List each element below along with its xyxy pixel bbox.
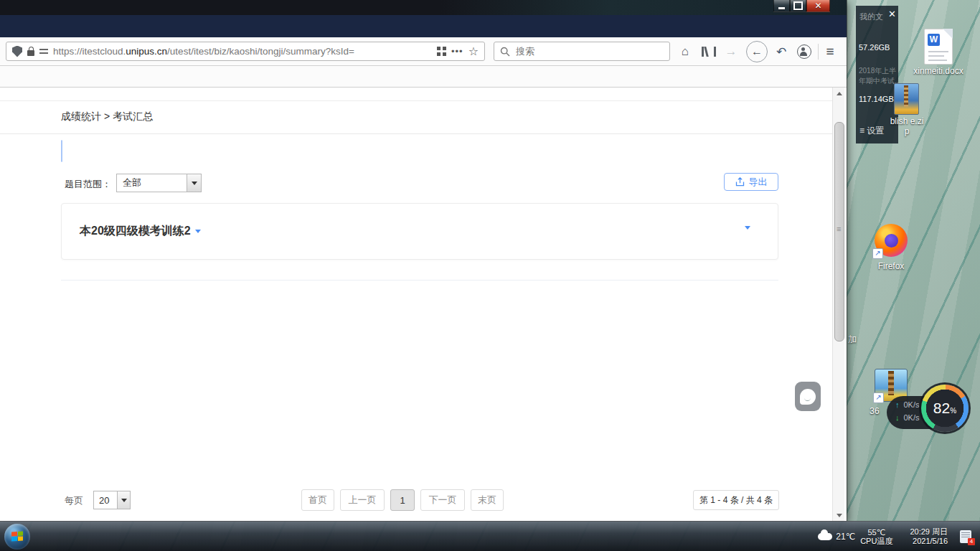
panel-close-icon[interactable]: ✕ bbox=[888, 9, 896, 19]
stats-tabs bbox=[61, 140, 62, 162]
select-arrow-button[interactable] bbox=[187, 174, 201, 192]
account-icon[interactable] bbox=[796, 44, 812, 60]
clock-time: 20:29 周日 bbox=[910, 527, 948, 537]
notification-badge: 4 bbox=[968, 538, 975, 545]
weather-tray-item[interactable]: 21℃ bbox=[818, 532, 855, 542]
tracking-shield-icon[interactable] bbox=[12, 46, 22, 57]
firefox-shortcut-icon[interactable]: ↗ bbox=[875, 224, 908, 257]
forward-icon[interactable]: → bbox=[723, 44, 739, 60]
per-page-select[interactable]: 20 bbox=[93, 491, 131, 509]
library-icon[interactable] bbox=[701, 44, 717, 60]
restore-session-icon[interactable]: ↶ bbox=[773, 44, 789, 60]
chevron-down-icon bbox=[195, 230, 201, 233]
menu-hamburger-icon[interactable]: ≡ bbox=[822, 44, 838, 60]
page-content: 成绩统计 > 考试汇总 题目范围： 全部 导出 本20级四级模考训练2 bbox=[0, 88, 847, 521]
clock[interactable]: 20:29 周日 2021/5/16 bbox=[910, 527, 948, 546]
stray-desktop-text: 加 bbox=[848, 334, 857, 346]
panel-faded-line-2: 年期中考试.. bbox=[859, 76, 899, 86]
download-arrow-icon: ↓ bbox=[895, 413, 900, 422]
chevron-down-icon bbox=[192, 182, 197, 185]
panel-faded-line-1: 2018年上半 bbox=[859, 66, 896, 76]
question-scope-value: 全部 bbox=[117, 176, 187, 189]
start-button[interactable] bbox=[4, 524, 30, 550]
breadcrumb: 成绩统计 > 考试汇总 bbox=[61, 110, 153, 123]
scrollbar-thumb[interactable] bbox=[834, 122, 844, 342]
firefox-window: ✕ https://itestcloud.unipus.cn/utest/ite… bbox=[0, 0, 847, 521]
prev-page-button[interactable]: 上一页 bbox=[340, 489, 385, 511]
maximize-button[interactable] bbox=[790, 0, 806, 12]
per-page-label: 每页 bbox=[65, 494, 83, 507]
cloud-icon bbox=[818, 533, 832, 540]
tab-bar bbox=[0, 15, 847, 37]
navigation-bar: https://itestcloud.unipus.cn/utest/itest… bbox=[0, 37, 847, 66]
toolbar-divider bbox=[818, 44, 819, 60]
home-icon[interactable]: ⌂ bbox=[677, 44, 693, 60]
select-arrow-button[interactable] bbox=[117, 491, 130, 509]
search-input[interactable] bbox=[514, 45, 664, 57]
chevron-down-icon bbox=[745, 226, 750, 242]
word-doc-label[interactable]: xinmeiti.docx bbox=[910, 66, 967, 76]
upload-arrow-icon: ↑ bbox=[895, 400, 900, 409]
export-button[interactable]: 导出 bbox=[724, 173, 778, 191]
close-button[interactable]: ✕ bbox=[806, 0, 830, 12]
bookmarks-bar bbox=[0, 66, 847, 88]
bookmark-star-icon[interactable]: ☆ bbox=[468, 46, 479, 57]
archive-file-label[interactable]: 36 bbox=[864, 406, 885, 416]
pagination-summary: 第 1 - 4 条 / 共 4 条 bbox=[693, 490, 779, 510]
word-document-icon[interactable]: W bbox=[924, 29, 953, 65]
per-page-value: 20 bbox=[94, 495, 117, 506]
upload-speed: 0K/s bbox=[904, 400, 920, 409]
chevron-down-icon bbox=[121, 499, 127, 502]
page-actions-icon[interactable]: ••• bbox=[451, 46, 463, 57]
url-text[interactable]: https://itestcloud.unipus.cn/utest/itest… bbox=[53, 46, 432, 57]
back-icon[interactable]: ← bbox=[746, 41, 768, 62]
question-scope-select[interactable]: 全部 bbox=[116, 174, 202, 192]
exam-card: 本20级四级模考训练2 bbox=[61, 203, 778, 260]
cpu-temperature[interactable]: 55℃ CPU温度 bbox=[860, 528, 892, 545]
search-icon bbox=[500, 47, 510, 57]
notification-icon[interactable]: 4 bbox=[960, 530, 971, 543]
panel-settings-button[interactable]: ≡ 设置 bbox=[859, 125, 884, 137]
screen: 我的文 ✕ 57.26GB 2018年上半 年期中考试.. 117.14GB ≡… bbox=[0, 0, 980, 551]
customer-service-chat-button[interactable] bbox=[795, 382, 821, 411]
panel-title: 我的文 bbox=[859, 11, 887, 22]
export-icon bbox=[735, 177, 745, 187]
score-summary-table bbox=[61, 280, 778, 281]
address-bar[interactable]: https://itestcloud.unipus.cn/utest/itest… bbox=[6, 42, 485, 61]
current-page-button[interactable]: 1 bbox=[390, 489, 415, 511]
disk-size-1: 57.26GB bbox=[859, 43, 890, 52]
first-page-button[interactable]: 首页 bbox=[301, 489, 334, 511]
outdoor-temp: 21℃ bbox=[836, 532, 855, 542]
question-scope-label: 题目范围： bbox=[65, 178, 111, 191]
page-scrollbar[interactable] bbox=[832, 88, 844, 521]
shortcut-arrow-icon: ↗ bbox=[872, 248, 883, 259]
menu-bar bbox=[0, 0, 847, 15]
system-tray: 21℃ 55℃ CPU温度 20:29 周日 2021/5/16 4 bbox=[818, 527, 977, 546]
permissions-icon[interactable] bbox=[39, 48, 48, 55]
last-page-button[interactable]: 末页 bbox=[471, 489, 504, 511]
qr-code-icon[interactable] bbox=[437, 47, 446, 56]
gauge-percent-sign: % bbox=[950, 407, 956, 415]
scroll-down-arrow[interactable] bbox=[833, 509, 845, 521]
shortcut-arrow-icon: ↗ bbox=[873, 392, 884, 403]
gauge-percent: 82 bbox=[933, 400, 950, 417]
windows-logo-icon bbox=[11, 531, 23, 541]
scroll-up-arrow[interactable] bbox=[833, 88, 845, 99]
lock-icon[interactable] bbox=[27, 50, 34, 56]
disk-size-2: 117.14GB bbox=[859, 95, 894, 103]
memory-usage-gauge[interactable]: 82 % bbox=[921, 385, 969, 432]
clock-date: 2021/5/16 bbox=[910, 537, 948, 546]
next-page-button[interactable]: 下一页 bbox=[420, 489, 465, 511]
chat-bubble-icon bbox=[800, 389, 816, 405]
window-controls: ✕ bbox=[773, 0, 830, 12]
exam-card-expand-button[interactable] bbox=[745, 230, 750, 242]
taskbar: 21℃ 55℃ CPU温度 20:29 周日 2021/5/16 4 bbox=[0, 521, 980, 551]
download-speed: 0K/s bbox=[904, 413, 920, 422]
zip-file-icon[interactable] bbox=[894, 83, 919, 115]
search-bar[interactable] bbox=[494, 42, 670, 61]
firefox-shortcut-label[interactable]: Firefox bbox=[870, 261, 913, 271]
minimize-button[interactable] bbox=[773, 0, 790, 12]
zip-file-label[interactable]: blish e.zip bbox=[890, 116, 924, 136]
exam-title-dropdown[interactable]: 本20级四级模考训练2 bbox=[80, 224, 201, 239]
list-icon: ≡ bbox=[859, 126, 864, 136]
